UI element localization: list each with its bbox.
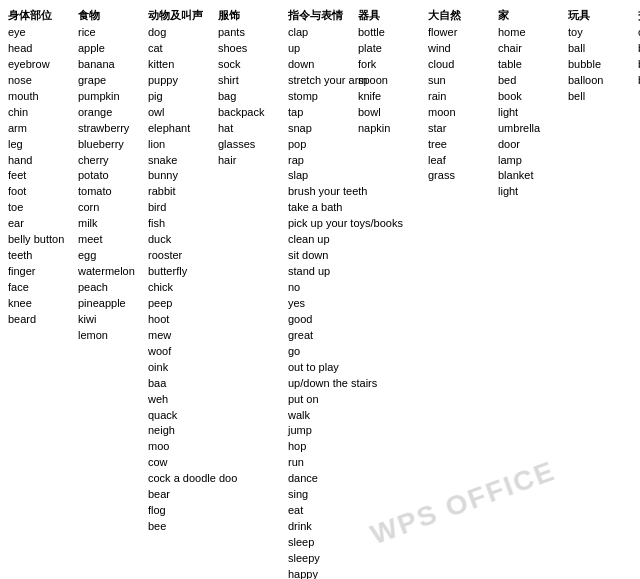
list-item: oink <box>148 360 214 376</box>
list-item: toe <box>8 200 74 216</box>
column-header-toys: 玩具 <box>568 8 634 23</box>
list-item: flower <box>428 25 494 41</box>
list-item: brush your teeth <box>288 184 354 200</box>
list-item: umbrella <box>498 121 564 137</box>
list-item: pineapple <box>78 296 144 312</box>
list-item: wind <box>428 41 494 57</box>
list-item: rooster <box>148 248 214 264</box>
list-item: chair <box>498 41 564 57</box>
list-item: happy <box>288 567 354 579</box>
column-animals: 动物及叫声dogcatkittenpuppypigowlelephantlion… <box>148 8 218 579</box>
list-item: dance <box>288 471 354 487</box>
list-item: tomato <box>78 184 144 200</box>
list-item: puppy <box>148 73 214 89</box>
list-item: lamp <box>498 153 564 169</box>
list-item: hop <box>288 439 354 455</box>
list-item: blueberry <box>78 137 144 153</box>
list-item: rabbit <box>148 184 214 200</box>
list-item: star <box>428 121 494 137</box>
list-item: tap <box>288 105 354 121</box>
list-item: kitten <box>148 57 214 73</box>
list-item: bird <box>148 200 214 216</box>
list-item: bunny <box>148 168 214 184</box>
list-item: cow <box>148 455 214 471</box>
list-item: pig <box>148 89 214 105</box>
list-item: cherry <box>78 153 144 169</box>
list-item: moon <box>428 105 494 121</box>
list-item: bed <box>498 73 564 89</box>
list-item: go <box>288 344 354 360</box>
column-clothing: 服饰pantsshoessockshirtbagbackpackhatglass… <box>218 8 288 579</box>
list-item: teeth <box>8 248 74 264</box>
list-item: pumpkin <box>78 89 144 105</box>
list-item: clean up <box>288 232 354 248</box>
list-item: up <box>288 41 354 57</box>
list-item: hair <box>218 153 284 169</box>
list-item: stretch your arm <box>288 73 354 89</box>
list-item: face <box>8 280 74 296</box>
list-item: toy <box>568 25 634 41</box>
list-item: table <box>498 57 564 73</box>
column-header-body: 身体部位 <box>8 8 74 23</box>
list-item: no <box>288 280 354 296</box>
list-item: run <box>288 455 354 471</box>
list-item: rice <box>78 25 144 41</box>
list-item: eat <box>288 503 354 519</box>
list-item: orange <box>78 105 144 121</box>
list-item: stomp <box>288 89 354 105</box>
list-item: cat <box>148 41 214 57</box>
list-item: lion <box>148 137 214 153</box>
list-item: leg <box>8 137 74 153</box>
list-item: ball <box>568 41 634 57</box>
column-toys: 玩具toyballbubbleballoonbell <box>568 8 638 579</box>
list-item: lemon <box>78 328 144 344</box>
list-item: bubble <box>568 57 634 73</box>
list-item: balloon <box>568 73 634 89</box>
list-item: mouth <box>8 89 74 105</box>
list-item: peep <box>148 296 214 312</box>
list-item: neigh <box>148 423 214 439</box>
list-item: hand <box>8 153 74 169</box>
list-item: leaf <box>428 153 494 169</box>
list-item: bell <box>568 89 634 105</box>
list-item: spoon <box>358 73 424 89</box>
list-item: peach <box>78 280 144 296</box>
list-item: banana <box>78 57 144 73</box>
list-item: jump <box>288 423 354 439</box>
list-item: light <box>498 184 564 200</box>
column-tools: 器具bottleplateforkspoonknifebowlnapkin <box>358 8 428 579</box>
list-item: beard <box>8 312 74 328</box>
list-item: moo <box>148 439 214 455</box>
list-item: dog <box>148 25 214 41</box>
list-item: weh <box>148 392 214 408</box>
list-item: fork <box>358 57 424 73</box>
list-item: bear <box>148 487 214 503</box>
list-item: hat <box>218 121 284 137</box>
list-item: baa <box>148 376 214 392</box>
list-item: meet <box>78 232 144 248</box>
list-item: kiwi <box>78 312 144 328</box>
list-item: grape <box>78 73 144 89</box>
list-item: glasses <box>218 137 284 153</box>
column-nature: 大自然flowerwindcloudsunrainmoonstartreelea… <box>428 8 498 579</box>
list-item: mew <box>148 328 214 344</box>
list-item: cloud <box>428 57 494 73</box>
vocabulary-table: 身体部位eyeheadeyebrownosemouthchinarmleghan… <box>8 8 632 579</box>
list-item: slap <box>288 168 354 184</box>
column-commands: 指令与表情clapupdownstretch your armstomptaps… <box>288 8 358 579</box>
column-body: 身体部位eyeheadeyebrownosemouthchinarmleghan… <box>8 8 78 579</box>
list-item: fish <box>148 216 214 232</box>
list-item: door <box>498 137 564 153</box>
list-item: woof <box>148 344 214 360</box>
list-item: backpack <box>218 105 284 121</box>
list-item: hoot <box>148 312 214 328</box>
list-item: up/down the stairs <box>288 376 354 392</box>
list-item: duck <box>148 232 214 248</box>
column-header-animals: 动物及叫声 <box>148 8 214 23</box>
list-item: shirt <box>218 73 284 89</box>
list-item: walk <box>288 408 354 424</box>
list-item: flog <box>148 503 214 519</box>
column-header-tools: 器具 <box>358 8 424 23</box>
column-header-clothing: 服饰 <box>218 8 284 23</box>
list-item: cock a doodle doo <box>148 471 214 487</box>
